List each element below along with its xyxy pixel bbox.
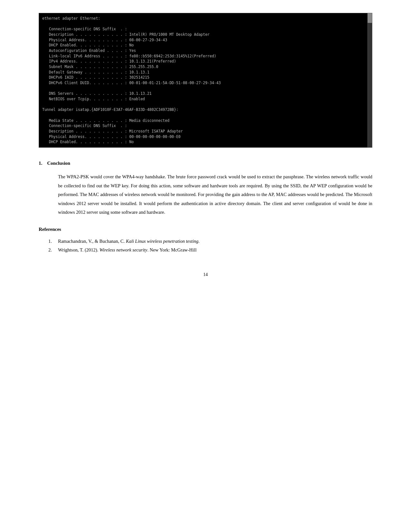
terminal-text: ethernet adapter Ethernet: Connection-sp… <box>42 16 369 145</box>
page-number: 14 <box>39 272 372 277</box>
ref-1-before: Ramachandran, V., & Buchanan, C. <box>58 239 126 244</box>
ref-1-after: . <box>199 239 200 244</box>
ref-text-1: Ramachandran, V., & Buchanan, C. Kali Li… <box>58 239 372 244</box>
section-number: 1. <box>39 161 42 166</box>
page: ethernet adapter Ethernet: Connection-sp… <box>0 0 411 532</box>
list-item: 2. Wrightson, T. (2012). Wireless networ… <box>48 247 372 253</box>
ref-number-1: 1. <box>48 239 55 244</box>
ref-2-italic: Wireless network security <box>100 247 147 252</box>
conclusion-body: The WPA2-PSK would cover the WPA4-way ha… <box>58 172 372 217</box>
ref-number-2: 2. <box>48 247 55 253</box>
scrollbar[interactable] <box>367 13 372 147</box>
references-list: 1. Ramachandran, V., & Buchanan, C. Kali… <box>48 239 372 253</box>
conclusion-title: Conclusion <box>47 161 70 166</box>
ref-2-before: Wrightson, T. (2012). <box>58 247 100 252</box>
section-heading: 1. Conclusion <box>39 161 372 166</box>
references-section: References 1. Ramachandran, V., & Buchan… <box>39 227 372 253</box>
ref-1-italic: Kali Linux wireless penetration testing <box>126 239 198 244</box>
list-item: 1. Ramachandran, V., & Buchanan, C. Kali… <box>48 239 372 244</box>
conclusion-section: 1. Conclusion The WPA2-PSK would cover t… <box>39 161 372 217</box>
references-heading: References <box>39 227 372 232</box>
ref-2-after: . New York: McGraw-Hill <box>147 247 197 252</box>
ref-text-2: Wrightson, T. (2012). Wireless network s… <box>58 247 372 253</box>
scrollbar-thumb[interactable] <box>367 13 372 23</box>
terminal-block: ethernet adapter Ethernet: Connection-sp… <box>39 13 372 148</box>
